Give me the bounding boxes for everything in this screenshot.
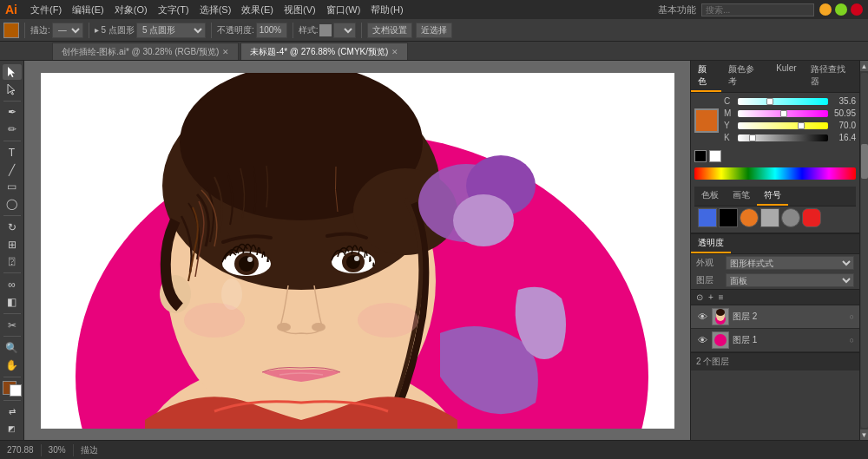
ap-outer-select[interactable]: 图形样式式 [726, 256, 854, 270]
swatch-orange-circle[interactable] [740, 208, 759, 227]
menu-object[interactable]: 对象(O) [110, 2, 152, 18]
status-coords-value: 270.88 [7, 445, 34, 455]
color-reference-tab[interactable]: 颜色参考 [721, 61, 769, 92]
swatch-gray[interactable] [760, 208, 779, 227]
tool-blend[interactable]: ∞ [3, 277, 22, 292]
tool-rect[interactable]: ▭ [3, 180, 22, 195]
swatch-blue[interactable] [698, 208, 717, 227]
tool-scale[interactable]: ⊞ [3, 237, 22, 252]
layer-vis-1[interactable]: 👁 [696, 334, 708, 346]
swatch-flower[interactable] [802, 208, 821, 227]
scroll-track[interactable] [861, 73, 868, 428]
m-value: 50.95 [832, 108, 856, 118]
tool-text[interactable]: T [3, 145, 22, 161]
status-sep-2 [73, 444, 74, 456]
tool-select[interactable] [3, 64, 22, 80]
appearance-main-tab[interactable]: 透明度 [691, 234, 731, 253]
doc-setup-button[interactable]: 文档设置 [367, 23, 412, 38]
main-color-swatch[interactable] [694, 108, 719, 133]
ap-layer-select[interactable]: 面板 [726, 273, 854, 287]
tool-scissors[interactable]: ✂ [3, 318, 22, 333]
brush-select[interactable]: 5 点圆形 [136, 23, 206, 38]
black-swatch[interactable] [694, 150, 707, 162]
tool-zoom[interactable]: 🔍 [3, 340, 22, 356]
svg-point-25 [221, 279, 242, 310]
symbol-tab[interactable]: 符号 [757, 187, 788, 206]
scroll-up-btn[interactable]: ▲ [860, 61, 869, 71]
k-thumb[interactable] [749, 134, 756, 141]
stroke-label: 描边: [30, 24, 50, 36]
swatch-tab[interactable]: 色板 [694, 187, 726, 206]
layer-row-2[interactable]: 👁 图层 2 ○ [691, 305, 859, 329]
layer-1-circle[interactable]: ○ [850, 336, 854, 344]
menu-select[interactable]: 选择(S) [195, 2, 236, 18]
swatch-ring[interactable] [781, 208, 800, 227]
tool-ellipse[interactable]: ◯ [3, 196, 22, 212]
svg-point-12 [247, 257, 253, 262]
tab-0[interactable]: 创作插绘-图标.ai* @ 30.28% (RGB/预览) ✕ [52, 43, 239, 60]
tool-gradient[interactable]: ◧ [3, 294, 22, 310]
tab-1[interactable]: 未标题-4* @ 276.88% (CMYK/预览) ✕ [240, 43, 408, 60]
swatch-black[interactable] [719, 208, 738, 227]
svg-point-28 [716, 309, 725, 316]
tool-line[interactable]: ╱ [3, 162, 22, 178]
menu-file[interactable]: 文件(F) [26, 2, 66, 18]
spectrum-bar[interactable] [694, 167, 856, 180]
tool-swap-colors[interactable]: ⇄ [3, 403, 22, 419]
tool-direct-select[interactable] [3, 82, 22, 97]
menu-help[interactable]: 帮助(H) [366, 2, 407, 18]
style-select[interactable] [333, 23, 356, 38]
menu-text[interactable]: 文字(T) [154, 2, 194, 18]
y-thumb[interactable] [798, 122, 805, 129]
maximize-button[interactable] [835, 3, 847, 16]
minimize-button[interactable] [819, 3, 832, 16]
menu-edit[interactable]: 编辑(E) [68, 2, 108, 18]
color-tab[interactable]: 颜色 [691, 61, 721, 92]
menu-view[interactable]: 视图(V) [279, 2, 320, 18]
menu-effect[interactable]: 效果(E) [237, 2, 278, 18]
opacity-input[interactable] [256, 23, 287, 38]
layer-vis-2[interactable]: 👁 [696, 311, 708, 323]
menu-window[interactable]: 窗口(W) [322, 2, 365, 18]
deselect-button[interactable]: 近选择 [416, 23, 452, 38]
canvas-area[interactable] [24, 61, 690, 440]
color-sliders-container: C 35.6 M 50.95 [724, 96, 856, 145]
tool-warp[interactable]: ⍰ [3, 254, 22, 270]
kuler-tab[interactable]: Kuler [769, 61, 803, 92]
close-button[interactable] [851, 3, 863, 16]
toolbar-fill-swatch[interactable] [3, 23, 19, 38]
layer-2-circle[interactable]: ○ [850, 312, 854, 321]
scroll-down-btn[interactable]: ▼ [860, 429, 869, 440]
m-thumb[interactable] [780, 110, 787, 117]
white-swatch[interactable] [709, 150, 721, 162]
brush-tab[interactable]: 画笔 [726, 187, 757, 206]
c-label: C [724, 96, 734, 106]
tool-pen[interactable]: ✒ [3, 104, 22, 120]
scroll-thumb[interactable] [861, 144, 868, 179]
layers-add-icon[interactable]: + [708, 292, 713, 302]
layers-options-icon[interactable]: ≡ [719, 292, 724, 302]
menu-bar: 文件(F) 编辑(E) 对象(O) 文字(T) 选择(S) 效果(E) 视图(V… [26, 2, 408, 18]
tool-default-colors[interactable]: ◩ [3, 421, 22, 436]
tool-stroke-color[interactable] [10, 384, 22, 397]
tool-pencil[interactable]: ✏ [3, 121, 22, 137]
k-track[interactable] [738, 134, 828, 141]
style-swatch[interactable] [319, 24, 332, 36]
layers-locate-icon[interactable]: ⊙ [696, 292, 703, 302]
stroke-select[interactable]: — [52, 23, 83, 38]
tool-rotate[interactable]: ↻ [3, 220, 22, 235]
c-track[interactable] [738, 98, 828, 105]
c-slider-row: C 35.6 [724, 96, 856, 106]
layer-row-1[interactable]: 👁 图层 1 ○ [691, 329, 859, 352]
toolbar-sep-3 [211, 23, 212, 38]
tab-1-label: 未标题-4* @ 276.88% (CMYK/预览) [250, 46, 388, 58]
tool-hand[interactable]: ✋ [3, 357, 22, 373]
pathfinder-tab[interactable]: 路径查找器 [804, 61, 859, 92]
c-thumb[interactable] [766, 98, 773, 105]
swatch-row [694, 207, 856, 229]
m-track[interactable] [738, 110, 828, 117]
y-track[interactable] [738, 122, 828, 129]
tab-0-close[interactable]: ✕ [222, 48, 229, 56]
search-input[interactable] [701, 3, 814, 16]
tab-1-close[interactable]: ✕ [391, 48, 398, 56]
